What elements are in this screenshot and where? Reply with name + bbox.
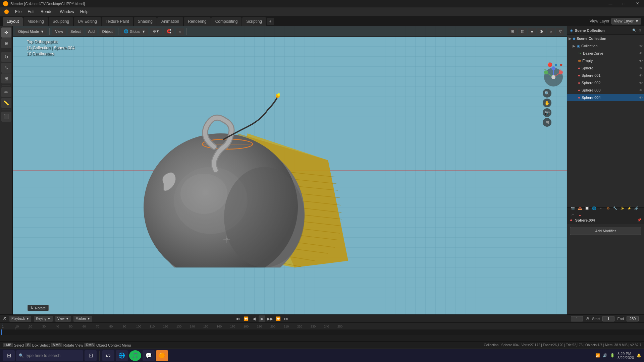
- zoom-gizmo[interactable]: 🔍: [543, 89, 551, 98]
- xray-toggle[interactable]: ◫: [518, 28, 527, 35]
- taskbar-clock[interactable]: 8:29 PM 3/22/2020: [618, 352, 634, 360]
- outliner-item-sphere002[interactable]: ● Sphere.002 👁: [567, 79, 644, 86]
- play-button[interactable]: ▶: [259, 315, 265, 322]
- tab-uv-editing[interactable]: UV Editing: [74, 17, 101, 26]
- outliner-item-sphere003[interactable]: ● Sphere.003 👁: [567, 86, 644, 94]
- measure-tool[interactable]: 📏: [1, 98, 11, 108]
- add-modifier-button[interactable]: Add Modifier: [570, 227, 641, 235]
- outliner-filter-icon[interactable]: ⚙: [638, 28, 641, 32]
- taskbar-file-explorer[interactable]: 🗂: [102, 350, 114, 361]
- object-props-icon[interactable]: ⚙: [605, 205, 611, 211]
- playback-menu[interactable]: Playback ▼: [9, 316, 31, 322]
- outliner-item-collection[interactable]: ▶ ▣ Collection 👁: [567, 42, 644, 50]
- sphere002-visibility[interactable]: 👁: [639, 81, 643, 85]
- jump-to-prev-keyframe-button[interactable]: ⏪: [243, 315, 249, 322]
- skip-to-start-button[interactable]: ⏮: [234, 315, 241, 322]
- outliner-item-sphere[interactable]: ● Sphere 👁: [567, 64, 644, 72]
- outliner-item-empty[interactable]: ⊕ Empty 👁: [567, 57, 644, 64]
- search-button[interactable]: 🔍 Type here to search: [16, 350, 83, 361]
- outliner-item-scene-collection[interactable]: ▶ ◈ Scene Collection: [567, 35, 644, 42]
- menu-file[interactable]: File: [12, 9, 24, 15]
- next-frame-button[interactable]: ▶▶: [267, 315, 273, 322]
- solid-shading[interactable]: ●: [528, 28, 536, 35]
- shading-options[interactable]: ▽: [556, 28, 564, 35]
- select-menu[interactable]: Select: [68, 28, 84, 35]
- menu-window[interactable]: Window: [57, 9, 77, 15]
- grid-gizmo[interactable]: ⊞: [543, 118, 551, 127]
- marker-menu[interactable]: Marker ▼: [73, 316, 92, 322]
- maximize-button[interactable]: □: [617, 0, 631, 7]
- outliner-item-sphere001[interactable]: ● Sphere.001 👁: [567, 72, 644, 79]
- taskbar-blender[interactable]: 🟠: [156, 350, 168, 361]
- taskview-button[interactable]: ⊡: [85, 350, 97, 361]
- sphere-visibility[interactable]: 👁: [639, 66, 643, 70]
- object-mode-dropdown[interactable]: Object Mode ▼: [15, 28, 47, 35]
- constraints-props-icon[interactable]: 🔗: [633, 205, 639, 211]
- view-menu[interactable]: View: [52, 28, 66, 35]
- keying-menu[interactable]: Keying ▼: [34, 316, 52, 322]
- tab-texture-paint[interactable]: Texture Paint: [102, 17, 133, 26]
- render-props-icon[interactable]: 📷: [570, 205, 576, 211]
- 3d-viewport[interactable]: Object Mode ▼ View Select Add Object 🌐 G…: [13, 26, 567, 314]
- empty-visibility[interactable]: 👁: [639, 59, 643, 63]
- tab-layout[interactable]: Layout: [3, 17, 23, 26]
- object-menu[interactable]: Object: [99, 28, 115, 35]
- modifier-props-icon[interactable]: 🔧: [612, 205, 618, 211]
- physics-props-icon[interactable]: ⚡: [626, 205, 632, 211]
- rotate-tool[interactable]: ↻: [1, 52, 11, 62]
- overlay-toggle[interactable]: ⊞: [508, 28, 517, 35]
- particles-props-icon[interactable]: ✨: [619, 205, 625, 211]
- move-tool[interactable]: ⊕: [1, 38, 11, 48]
- add-workspace-button[interactable]: +: [267, 18, 274, 25]
- view-menu-timeline[interactable]: View ▼: [55, 316, 71, 322]
- bezier-visibility[interactable]: 👁: [639, 52, 643, 55]
- cursor-tool[interactable]: ✛: [1, 27, 11, 38]
- scene-props-icon[interactable]: 🌐: [591, 205, 597, 211]
- tab-shading[interactable]: Shading: [134, 17, 157, 26]
- tab-scripting[interactable]: Scripting: [242, 17, 266, 26]
- tab-animation[interactable]: Animation: [157, 17, 183, 26]
- pivot-point[interactable]: ⊙▼: [150, 28, 162, 35]
- proportional-editing[interactable]: ○: [176, 28, 184, 35]
- taskbar-app-4[interactable]: 💬: [143, 350, 155, 361]
- transform-tool[interactable]: ⊞: [1, 73, 11, 83]
- add-menu[interactable]: Add: [86, 28, 98, 35]
- axis-widget[interactable]: X Y Z: [543, 66, 564, 88]
- props-pin-icon[interactable]: 📌: [637, 218, 641, 222]
- outliner-item-sphere004[interactable]: ● Sphere.004 👁: [567, 94, 644, 101]
- tab-compositing[interactable]: Compositing: [211, 17, 242, 26]
- taskbar-edge[interactable]: 🌐: [116, 350, 128, 361]
- jump-to-next-keyframe-button[interactable]: ⏩: [275, 315, 281, 322]
- current-frame-input[interactable]: [571, 316, 583, 321]
- minimize-button[interactable]: —: [604, 0, 617, 7]
- scale-tool[interactable]: ⤡: [1, 63, 11, 73]
- sphere004-visibility[interactable]: 👁: [639, 96, 643, 100]
- close-button[interactable]: ✕: [631, 0, 644, 7]
- annotate-tool[interactable]: ✏: [1, 87, 11, 97]
- menu-blender[interactable]: 🟠: [1, 9, 12, 15]
- menu-edit[interactable]: Edit: [25, 9, 37, 15]
- taskbar-spotify[interactable]: 🎵: [129, 350, 141, 361]
- outliner-search-icon[interactable]: 🔍: [632, 28, 636, 32]
- pan-gizmo[interactable]: ✋: [543, 99, 551, 107]
- material-preview[interactable]: ◑: [537, 28, 546, 35]
- rendered-shading[interactable]: ○: [547, 28, 555, 35]
- view-layer-props-icon[interactable]: 🔲: [584, 205, 590, 211]
- collection-visibility[interactable]: 👁: [639, 44, 643, 48]
- snapping[interactable]: 🧲: [164, 28, 174, 35]
- rotate-overlay[interactable]: ↻ Rotate: [28, 305, 49, 311]
- tab-sculpting[interactable]: Sculpting: [49, 17, 73, 26]
- world-props-icon[interactable]: ○: [598, 205, 604, 211]
- tab-rendering[interactable]: Rendering: [184, 17, 210, 26]
- outliner-item-beziercurve[interactable]: 〰 BezierCurve 👁: [567, 50, 644, 57]
- menu-render[interactable]: Render: [38, 9, 56, 15]
- prev-frame-button[interactable]: ◀: [251, 315, 257, 322]
- camera-gizmo[interactable]: 📷: [543, 108, 551, 117]
- start-button[interactable]: ⊞: [3, 350, 15, 361]
- tab-modeling[interactable]: Modeling: [23, 17, 48, 26]
- skip-to-end-button[interactable]: ⏭: [283, 315, 289, 322]
- output-props-icon[interactable]: 📤: [577, 205, 583, 211]
- view-layer-dropdown[interactable]: View Layer ▼: [611, 18, 641, 24]
- transform-orientation[interactable]: 🌐 Global ▼: [121, 28, 148, 35]
- start-frame-input[interactable]: [602, 316, 614, 321]
